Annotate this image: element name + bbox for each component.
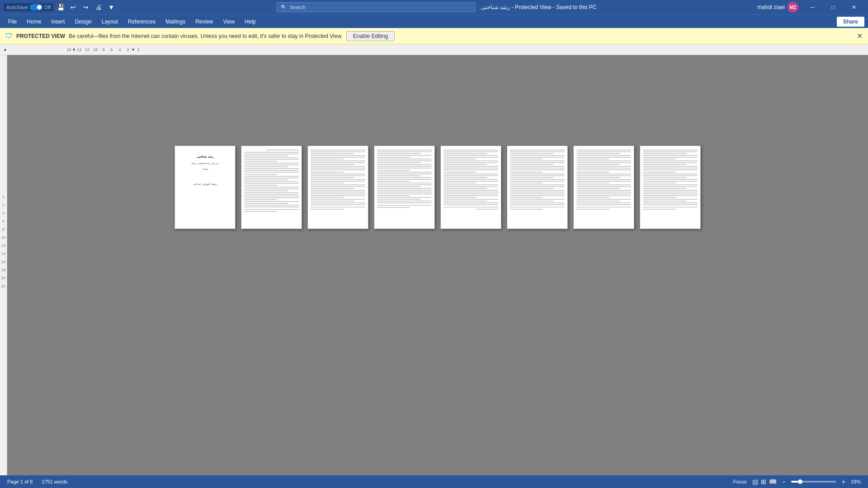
status-bar-right: Focus ▤ ⊞ 📖 − + 19% xyxy=(733,478,861,485)
page-7-content xyxy=(574,146,634,214)
undo-icon[interactable]: ↩ xyxy=(69,3,78,12)
page-2[interactable] xyxy=(241,145,302,229)
shield-icon: 🛡 xyxy=(5,32,13,40)
cover-subtitle-2: استاد xyxy=(202,167,208,170)
title-center: 🔍 Search رشد شناختی - Protected View - S… xyxy=(116,2,757,12)
ruler-left-arrow: ◂ xyxy=(4,47,6,52)
ruler-n12: 12 xyxy=(83,47,91,52)
autosave-label[interactable]: AutoSave Off xyxy=(4,3,53,11)
page-4[interactable] xyxy=(374,145,435,229)
cover-field-label: رشته آموزش ابتدایی xyxy=(193,182,217,185)
menu-help[interactable]: Help xyxy=(240,17,260,27)
protected-label: PROTECTED VIEW xyxy=(16,33,65,39)
page-5[interactable] xyxy=(440,145,501,229)
search-icon: 🔍 xyxy=(281,5,287,10)
page-8-content xyxy=(640,146,700,214)
window-controls: ─ □ ✕ xyxy=(802,0,864,14)
zoom-minus[interactable]: − xyxy=(782,478,786,485)
search-box[interactable]: 🔍 Search xyxy=(277,2,476,12)
vr-22: 22 xyxy=(1,282,5,290)
vr-20: 20 xyxy=(1,274,5,282)
page-3-content xyxy=(308,146,368,214)
ruler-n18: 18 xyxy=(65,47,73,52)
ruler-n6: 6 xyxy=(108,47,116,52)
zoom-thumb xyxy=(798,479,802,484)
page-3[interactable] xyxy=(307,145,368,229)
read-view-icon[interactable]: 📖 xyxy=(769,478,777,485)
page-1-cover: رشد شناختی ارزیابی و تشخیصی رشد استاد رش… xyxy=(175,146,235,215)
vr-18: 18 xyxy=(1,266,5,274)
menu-layout[interactable]: Layout xyxy=(97,17,123,27)
minimize-button[interactable]: ─ xyxy=(802,0,823,14)
close-button[interactable]: ✕ xyxy=(844,0,864,14)
menu-references[interactable]: References xyxy=(123,17,160,27)
ruler-n2b: 2 xyxy=(134,47,142,52)
menu-mailings[interactable]: Mailings xyxy=(161,17,190,27)
page-6-content xyxy=(507,146,567,214)
vertical-ruler: 2 2 4 6 8 10 12 14 16 18 20 22 xyxy=(0,55,7,475)
page-5-content xyxy=(441,146,501,214)
title-bar-right: mahdi ziaei MZ ─ □ ✕ xyxy=(757,0,864,14)
content-area: 2 2 4 6 8 10 12 14 16 18 20 22 رشد شناخت… xyxy=(0,55,868,475)
document-title: رشد شناختی - Protected View - Saved to t… xyxy=(481,4,597,10)
ruler-n8: 8 xyxy=(99,47,108,52)
vr-6: 6 xyxy=(2,217,4,225)
web-view-icon[interactable]: ⊞ xyxy=(761,478,766,485)
document-area[interactable]: رشد شناختی ارزیابی و تشخیصی رشد استاد رش… xyxy=(7,55,868,475)
user-name: mahdi ziaei xyxy=(757,4,785,10)
save-icon[interactable]: 💾 xyxy=(56,3,65,12)
share-button[interactable]: Share xyxy=(837,17,864,27)
zoom-plus[interactable]: + xyxy=(842,478,845,485)
zoom-slider[interactable] xyxy=(791,481,836,483)
ruler-n4: 4 xyxy=(116,47,124,52)
autosave-state: Off xyxy=(44,5,51,10)
title-bar: AutoSave Off 💾 ↩ ↪ 🖨 ▼ 🔍 Search رشد شناخ… xyxy=(0,0,868,14)
vr-16: 16 xyxy=(1,258,5,266)
print-icon[interactable]: 🖨 xyxy=(94,3,103,12)
ruler-n14: 14 xyxy=(75,47,83,52)
vr-4: 4 xyxy=(2,209,4,217)
menu-view[interactable]: View xyxy=(219,17,240,27)
menu-design[interactable]: Design xyxy=(70,17,96,27)
page-2-content xyxy=(241,146,302,216)
redo-icon[interactable]: ↪ xyxy=(81,3,90,12)
page-indicator: Page 1 of 8 xyxy=(7,479,33,484)
vr-12: 12 xyxy=(1,241,5,249)
page-7[interactable] xyxy=(573,145,634,229)
word-count: 2751 words xyxy=(42,479,67,484)
menu-bar: File Home Insert Design Layout Reference… xyxy=(0,14,868,28)
vr-2b: 2 xyxy=(2,201,4,209)
menu-bar-right: Share xyxy=(837,17,864,27)
vr-14: 14 xyxy=(1,249,5,258)
menu-review[interactable]: Review xyxy=(191,17,217,27)
protected-message: Be careful—files from the Internet can c… xyxy=(69,33,343,39)
zoom-level: 19% xyxy=(851,479,861,484)
pages-row: رشد شناختی ارزیابی و تشخیصی رشد استاد رش… xyxy=(161,136,714,238)
enable-editing-button[interactable]: Enable Editing xyxy=(346,31,395,41)
print-view-icon[interactable]: ▤ xyxy=(752,478,758,485)
page-6[interactable] xyxy=(507,145,568,229)
page-4-content xyxy=(374,146,434,212)
page-8[interactable] xyxy=(640,145,701,229)
titlebar-icons: 💾 ↩ ↪ 🖨 ▼ xyxy=(56,3,116,12)
avatar: MZ xyxy=(788,2,798,13)
menu-insert[interactable]: Insert xyxy=(47,17,69,27)
zoom-fill xyxy=(791,481,798,483)
user-info: mahdi ziaei MZ xyxy=(757,2,798,13)
menu-file[interactable]: File xyxy=(4,17,21,27)
close-bar-icon[interactable]: ✕ xyxy=(857,32,863,40)
focus-button[interactable]: Focus xyxy=(733,479,747,484)
cover-subtitle-1: ارزیابی و تشخیصی رشد xyxy=(191,161,219,164)
vr-2: 2 xyxy=(2,192,4,201)
ruler: ◂ 18 ▾ 14 12 10 8 6 4 2 ▾ 2 xyxy=(0,44,868,55)
page-1[interactable]: رشد شناختی ارزیابی و تشخیصی رشد استاد رش… xyxy=(175,145,236,229)
autosave-text: AutoSave xyxy=(6,5,28,10)
ruler-n10: 10 xyxy=(91,47,99,52)
maximize-button[interactable]: □ xyxy=(823,0,844,14)
cover-title-1: رشد شناختی xyxy=(197,155,213,159)
search-placeholder: Search xyxy=(290,5,306,10)
menu-home[interactable]: Home xyxy=(22,17,46,27)
v-ruler-numbers: 2 2 4 6 8 10 12 14 16 18 20 22 xyxy=(1,192,5,290)
customize-icon[interactable]: ▼ xyxy=(107,3,116,12)
autosave-toggle[interactable] xyxy=(30,4,42,10)
